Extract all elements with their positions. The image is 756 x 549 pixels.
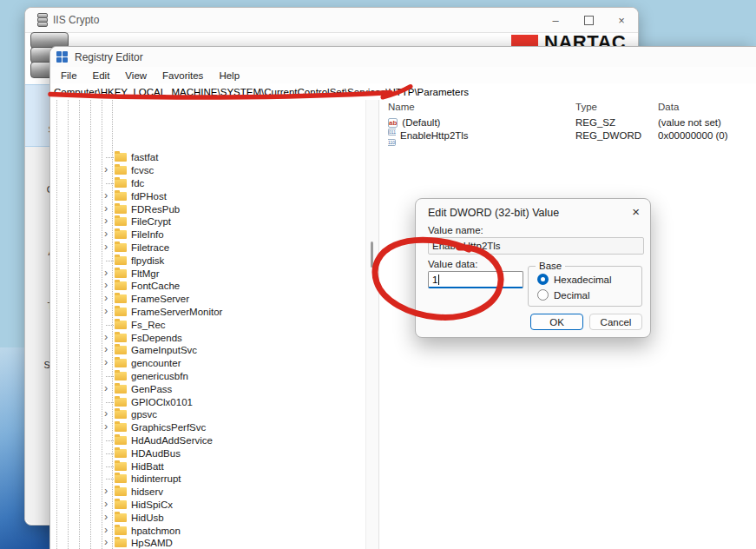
decimal-radio-row[interactable]: Decimal: [537, 289, 590, 301]
tree-key-fastfat[interactable]: fastfat: [50, 151, 365, 164]
tree-key-graphicsperfsvc[interactable]: ›GraphicsPerfSvc: [50, 421, 365, 434]
chevron-collapsed-icon[interactable]: ›: [101, 281, 111, 292]
tree-key-fileinfo[interactable]: ›FileInfo: [50, 228, 365, 241]
tree-key-label: GameInputSvc: [131, 345, 197, 355]
tree-connector: [106, 183, 114, 184]
tree-key-label: HidBatt: [131, 461, 164, 472]
cancel-button[interactable]: Cancel: [589, 314, 642, 330]
value-row-enablehttp2tls[interactable]: 011110EnableHttp2TlsREG_DWORD0x00000000 …: [379, 129, 756, 142]
tree-key-hidbatt[interactable]: HidBatt: [50, 460, 365, 473]
tree-key-filetrace[interactable]: ›Filetrace: [50, 241, 365, 255]
value-data-input[interactable]: 1: [428, 271, 523, 288]
tree-key-label: HidSpiCx: [131, 499, 173, 510]
text-caret: [438, 274, 439, 285]
close-icon[interactable]: ×: [605, 8, 638, 32]
tree-key-filecrypt[interactable]: ›FileCrypt: [50, 215, 365, 228]
chevron-collapsed-icon[interactable]: ›: [101, 268, 111, 279]
registry-tree-pane: fastfat›fcvscfdc›fdPHost›FDResPub›FileCr…: [50, 100, 365, 549]
chevron-collapsed-icon[interactable]: ›: [101, 293, 111, 304]
chevron-collapsed-icon[interactable]: ›: [101, 345, 111, 356]
value-name-text: EnableHttp2Tls: [432, 241, 501, 251]
hexadecimal-radio-row[interactable]: Hexadecimal: [537, 274, 611, 285]
tree-key-label: FileInfo: [131, 229, 164, 240]
tree-key-label: FrameServer: [131, 294, 189, 304]
dialog-close-icon[interactable]: ×: [632, 204, 640, 220]
chevron-collapsed-icon[interactable]: ›: [101, 538, 111, 549]
tree-key-flpydisk[interactable]: flpydisk: [50, 254, 365, 267]
tree-key-frameservermonitor[interactable]: ›FrameServerMonitor: [50, 306, 365, 319]
chevron-collapsed-icon[interactable]: ›: [101, 164, 111, 175]
ok-button[interactable]: OK: [530, 314, 583, 330]
tree-key-fontcache[interactable]: ›FontCache: [50, 280, 365, 293]
tree-scrollbar[interactable]: [365, 100, 379, 549]
chevron-collapsed-icon[interactable]: ›: [101, 499, 111, 510]
maximize-icon[interactable]: [572, 8, 605, 32]
chevron-collapsed-icon[interactable]: ›: [101, 409, 111, 420]
menu-file[interactable]: File: [53, 70, 85, 81]
chevron-collapsed-icon[interactable]: ›: [101, 383, 111, 394]
tree-key-fsdepends[interactable]: ›FsDepends: [50, 331, 365, 344]
tree-key-label: HDAudBus: [131, 448, 181, 459]
chevron-collapsed-icon[interactable]: ›: [101, 332, 111, 343]
chevron-collapsed-icon[interactable]: ›: [101, 228, 111, 240]
chevron-collapsed-icon[interactable]: ›: [101, 203, 111, 215]
tree-key-genpass[interactable]: ›GenPass: [50, 382, 365, 395]
chevron-collapsed-icon[interactable]: ›: [101, 421, 111, 433]
tree-key-hdaudaddservice[interactable]: HdAudAddService: [50, 434, 365, 447]
tree-key-fdc[interactable]: fdc: [50, 177, 365, 190]
tree-key-label: fcvsc: [131, 165, 154, 175]
chevron-collapsed-icon[interactable]: ›: [101, 357, 111, 368]
column-header-name[interactable]: Name: [388, 102, 415, 112]
chevron-collapsed-icon[interactable]: ›: [101, 486, 111, 497]
tree-key-label: GPIOClx0101: [131, 397, 193, 407]
tree-key-hpsamd[interactable]: ›HpSAMD: [50, 537, 365, 549]
chevron-collapsed-icon[interactable]: ›: [101, 512, 111, 523]
chevron-collapsed-icon[interactable]: ›: [101, 190, 111, 202]
tree-key-hidserv[interactable]: ›hidserv: [50, 486, 365, 499]
tree-key-hidusb[interactable]: ›HidUsb: [50, 511, 365, 524]
tree-key-hidinterrupt[interactable]: hidinterrupt: [50, 473, 365, 486]
menu-edit[interactable]: Edit: [85, 70, 118, 81]
tree-key-genericusbfn[interactable]: genericusbfn: [50, 370, 365, 383]
folder-icon: [115, 539, 127, 547]
tree-key-gpsvc[interactable]: ›gpsvc: [50, 408, 365, 421]
column-header-data[interactable]: Data: [658, 102, 679, 112]
menu-view[interactable]: View: [117, 70, 154, 81]
folder-icon: [115, 410, 127, 419]
tree-key-gpioclx0101[interactable]: GPIOClx0101: [50, 395, 365, 408]
registry-editor-titlebar: Registry Editor: [50, 47, 756, 67]
registry-address-bar[interactable]: Computer\HKEY_LOCAL_MACHINE\SYSTEM\Curre…: [50, 83, 756, 101]
folder-icon: [115, 153, 127, 162]
tree-key-label: HdAudAddService: [131, 435, 213, 446]
tree-key-fs_rec[interactable]: Fs_Rec: [50, 318, 365, 331]
value-data-text: 1: [432, 274, 437, 285]
tree-key-hpatchmon[interactable]: ›hpatchmon: [50, 524, 365, 537]
tree-key-gameinputsvc[interactable]: ›GameInputSvc: [50, 344, 365, 357]
tree-key-frameserver[interactable]: ›FrameServer: [50, 293, 365, 306]
tree-key-fdrespub[interactable]: ›FDResPub: [50, 202, 365, 215]
value-name-field[interactable]: EnableHttp2Tls: [428, 237, 644, 255]
chevron-collapsed-icon[interactable]: ›: [101, 241, 111, 253]
registry-address-path: Computer\HKEY_LOCAL_MACHINE\SYSTEM\Curre…: [54, 87, 469, 97]
decimal-radio[interactable]: [537, 289, 549, 301]
folder-icon: [115, 500, 127, 509]
tree-key-fltmgr[interactable]: ›FltMgr: [50, 267, 365, 280]
tree-key-label: HidUsb: [131, 513, 164, 523]
tree-key-hidspicx[interactable]: ›HidSpiCx: [50, 499, 365, 512]
tree-connector: [106, 479, 114, 480]
folder-icon: [115, 513, 127, 522]
tree-key-label: hpatchmon: [131, 526, 181, 536]
menu-help[interactable]: Help: [211, 70, 247, 81]
tree-key-fdphost[interactable]: ›fdPHost: [50, 189, 365, 202]
chevron-collapsed-icon[interactable]: ›: [101, 306, 111, 317]
minimize-icon[interactable]: –: [539, 8, 572, 32]
hexadecimal-radio[interactable]: [537, 274, 549, 285]
chevron-collapsed-icon[interactable]: ›: [101, 216, 111, 228]
tree-key-gencounter[interactable]: ›gencounter: [50, 357, 365, 370]
tree-scrollbar-thumb[interactable]: [371, 241, 373, 268]
menu-favorites[interactable]: Favorites: [154, 70, 211, 81]
tree-key-fcvsc[interactable]: ›fcvsc: [50, 164, 365, 177]
column-header-type[interactable]: Type: [575, 102, 597, 112]
tree-key-hdaudbus[interactable]: HDAudBus: [50, 446, 365, 460]
chevron-collapsed-icon[interactable]: ›: [101, 525, 111, 536]
